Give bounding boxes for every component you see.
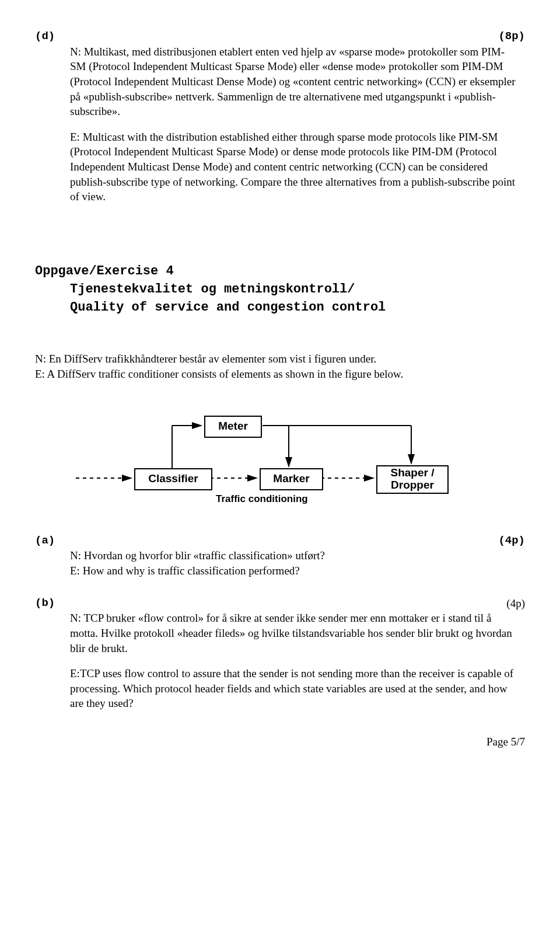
diagram-caption: Traffic conditioning [216,493,308,506]
exercise-subtitle-2: Quality of service and congestion contro… [70,299,525,317]
section-b-english: E:TCP uses flow control to assure that t… [70,666,519,711]
marker-box: Marker [260,468,323,490]
section-d-norwegian: N: Multikast, med distribusjonen etabler… [70,44,519,119]
exercise-subtitle-1: Tjenestekvalitet og metningskontroll/ [70,281,525,299]
shaper-box: Shaper / Dropper [376,465,449,494]
section-d-english: E: Multicast with the distribution estab… [70,130,519,204]
intro-norwegian: N: En DiffServ trafikkhåndterer består a… [35,351,525,367]
section-a-norwegian: N: Hvordan og hvorfor blir «traffic clas… [70,548,519,563]
section-b-label: (b) [35,596,55,611]
section-a-label: (a) [35,534,55,549]
intro-english: E: A DiffServ traffic conditioner consis… [35,367,525,382]
diffserv-diagram: Meter Classifier Marker Shaper / Dropper… [76,405,484,522]
exercise-title: Oppgave/Exercise 4 [35,263,525,281]
section-d-points: (8p) [498,29,525,44]
page-footer: Page 5/7 [35,734,525,750]
section-a-english: E: How and why is traffic classification… [70,563,519,578]
section-d-label: (d) [35,29,55,44]
section-b-points: (4p) [506,596,525,611]
classifier-box: Classifier [134,468,212,490]
meter-box: Meter [204,416,262,438]
section-a-points: (4p) [498,534,525,549]
section-b-norwegian: N: TCP bruker «flow control» for å sikre… [70,611,519,656]
